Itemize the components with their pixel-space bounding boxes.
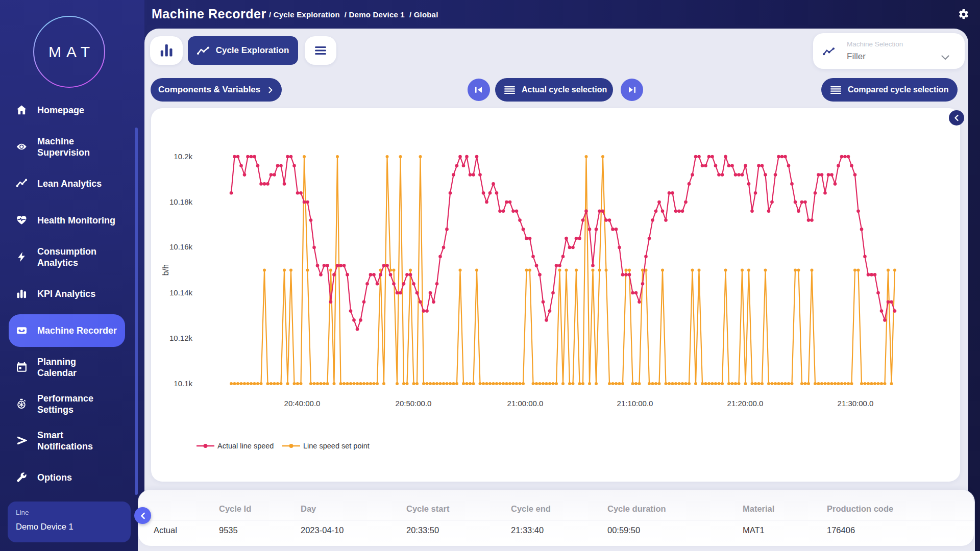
svg-text:10.14k: 10.14k [169, 288, 193, 297]
svg-text:21:00:00.0: 21:00:00.0 [507, 399, 544, 408]
svg-text:10.18k: 10.18k [169, 197, 193, 206]
svg-text:21:10:00.0: 21:10:00.0 [617, 399, 653, 408]
svg-text:Actual line speed: Actual line speed [217, 442, 274, 450]
svg-text:MAT: MAT [48, 43, 95, 60]
svg-text:21:20:00.0: 21:20:00.0 [727, 399, 764, 408]
svg-text:21:30:00.0: 21:30:00.0 [838, 399, 874, 408]
svg-text:10.1k: 10.1k [174, 379, 192, 388]
svg-text:10.2k: 10.2k [174, 152, 192, 161]
svg-text:Line speed set point: Line speed set point [303, 442, 370, 450]
svg-text:b/h: b/h [161, 264, 170, 276]
svg-text:10.12k: 10.12k [169, 334, 193, 342]
svg-text:10.16k: 10.16k [169, 242, 193, 251]
svg-text:20:50:00.0: 20:50:00.0 [396, 399, 432, 408]
svg-text:20:40:00.0: 20:40:00.0 [284, 399, 321, 408]
